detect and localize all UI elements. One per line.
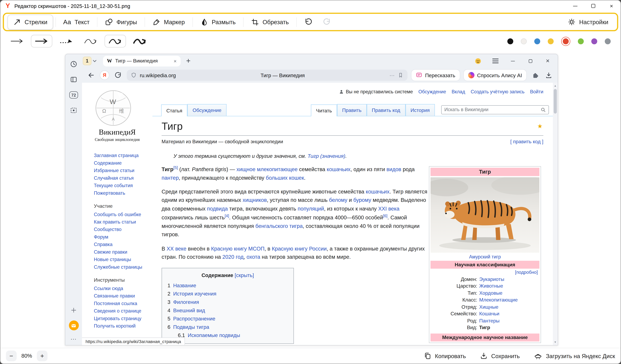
nav-link[interactable]: Новые страницы <box>94 256 153 263</box>
nav-link[interactable]: Как править статьи <box>94 219 153 226</box>
wiki-inline-link[interactable]: кошачьих <box>366 189 390 195</box>
settings-button[interactable]: Настройки <box>563 15 613 29</box>
sidebar-more-icon[interactable]: ⋯ <box>70 335 77 343</box>
nav-link[interactable]: Содержание <box>94 159 153 167</box>
tool-text[interactable]: Аа Текст <box>58 15 95 29</box>
yandex-search-icon[interactable]: Я <box>100 70 109 80</box>
wiki-inline-link[interactable]: Красную книгу России <box>272 246 327 252</box>
nav-link[interactable]: Избранные статьи <box>94 167 153 174</box>
history-icon[interactable] <box>69 59 79 69</box>
nav-link[interactable]: Ссылки сюда <box>94 285 153 292</box>
sidebar-add-icon[interactable] <box>69 305 79 315</box>
user-link-talk[interactable]: Обсуждение <box>418 89 446 95</box>
wiki-search-input[interactable] <box>444 107 541 112</box>
downloads-icon[interactable] <box>544 70 553 80</box>
wiki-inline-link[interactable]: пантер <box>162 175 179 181</box>
undo-button[interactable] <box>299 18 318 26</box>
wiki-inline-link[interactable]: популяций <box>298 206 324 212</box>
wikipedia-logo[interactable]: W Ω 维 А ВикипедиЯ Свободная энциклопедия <box>93 87 141 142</box>
wiki-inline-link[interactable]: XX веке <box>167 246 186 252</box>
bookmark-icon[interactable] <box>398 72 404 79</box>
wiki-inline-link[interactable]: [4] <box>225 214 229 218</box>
nav-link[interactable]: Случайная статья <box>94 174 153 182</box>
color-swatch-gray[interactable] <box>605 38 611 44</box>
redo-button[interactable] <box>318 18 336 26</box>
address-more-icon[interactable]: ⋯ <box>390 72 395 78</box>
wiki-inline-link[interactable]: бенгальского тигра <box>255 223 303 229</box>
sticker-avatar-icon[interactable] <box>474 57 482 64</box>
tab-edit[interactable]: Править <box>337 104 367 116</box>
wiki-inline-link[interactable]: бурому <box>353 197 371 203</box>
toc-hide-link[interactable]: [скрыть] <box>235 272 254 278</box>
user-link-contribs[interactable]: Вклад <box>452 89 465 95</box>
back-button[interactable] <box>86 70 96 80</box>
sidebar-panels-icon[interactable] <box>69 74 79 85</box>
wiki-inline-link[interactable]: видов <box>387 166 401 172</box>
tiger-image[interactable] <box>431 177 539 253</box>
nav-link[interactable]: Пожертвовать <box>94 190 153 197</box>
tool-arrows[interactable]: Стрелки <box>7 15 53 30</box>
tab-article[interactable]: Статья <box>161 105 187 116</box>
arrow-style-curvy-bold[interactable] <box>129 35 151 47</box>
tool-shapes[interactable]: Фигуры <box>100 15 142 29</box>
tab-discussion[interactable]: Обсуждение <box>187 104 226 116</box>
wiki-inline-link[interactable]: больших кошек <box>266 175 304 181</box>
copy-button[interactable]: Копировать <box>424 352 466 360</box>
search-icon[interactable] <box>541 107 546 112</box>
retell-button[interactable]: Пересказать <box>412 70 460 81</box>
upload-to-yandex-disk-button[interactable]: Загрузить на Яндекс Диск <box>534 352 615 360</box>
new-tab-button[interactable]: + <box>186 57 190 65</box>
nav-link[interactable]: Сведения о странице <box>94 307 153 315</box>
details-link[interactable]: [подробно] <box>515 270 538 275</box>
nav-link[interactable]: Свежие правки <box>94 249 153 256</box>
nav-link[interactable]: Справка <box>94 241 153 248</box>
user-link-login[interactable]: Войти <box>530 89 543 95</box>
nav-link[interactable]: Заглавная страница <box>94 152 153 159</box>
nav-link[interactable]: Постоянная ссылка <box>94 300 153 307</box>
scroll-up-icon[interactable]: ▴ <box>553 84 558 87</box>
scroll-down-icon[interactable]: ▾ <box>553 340 558 344</box>
browser-tab-active[interactable]: W Тигр — Википедия × <box>103 56 181 66</box>
zoom-in-button[interactable]: + <box>37 350 48 361</box>
wiki-search-box[interactable] <box>441 105 549 114</box>
tab-close-icon[interactable]: × <box>173 58 176 64</box>
wiki-inline-link[interactable]: хищное млекопитающее <box>236 166 298 172</box>
wiki-inline-link[interactable]: Тигр (значения) <box>308 153 345 159</box>
wiki-inline-link[interactable]: подвида <box>207 206 228 212</box>
browser-close-button[interactable]: × <box>544 57 551 64</box>
nav-link[interactable]: Сообщество <box>94 226 153 233</box>
wiki-inline-link[interactable]: 2020 год <box>222 254 243 260</box>
maximize-button[interactable] <box>584 0 602 12</box>
tab-read[interactable]: Читать <box>311 105 337 116</box>
wiki-inline-link[interactable]: Красную книгу МСОП <box>211 246 264 252</box>
color-swatch-blue[interactable] <box>534 38 540 44</box>
screenshot-tool-icon[interactable] <box>69 105 79 115</box>
minimize-button[interactable] <box>566 0 584 12</box>
page-scrollbar[interactable]: ▴ ▾ <box>553 83 558 345</box>
color-swatch-yellow[interactable] <box>548 38 554 44</box>
featured-star-icon[interactable]: ★ <box>537 123 543 130</box>
arrow-style-curvy-thin[interactable] <box>80 35 101 47</box>
extensions-puzzle-icon[interactable] <box>530 70 540 80</box>
arrow-style-straight-thin[interactable] <box>6 35 28 47</box>
tab-counter[interactable]: 1 <box>83 57 97 65</box>
wiki-inline-link[interactable]: [5] <box>173 165 178 170</box>
nav-link[interactable]: Служебные страницы <box>94 264 153 271</box>
arrow-style-straight-selected[interactable] <box>31 35 52 47</box>
wiki-inline-link[interactable]: кошачьих <box>327 166 351 172</box>
ask-alice-button[interactable]: Спросить Алису AI <box>464 70 526 81</box>
refresh-button[interactable] <box>113 70 123 80</box>
scrollbar-thumb[interactable] <box>554 89 557 113</box>
zoom-out-button[interactable]: − <box>6 350 17 361</box>
tab-history[interactable]: История <box>405 104 435 116</box>
save-button[interactable]: Сохранить <box>480 352 520 360</box>
browser-restore-button[interactable] <box>527 57 534 64</box>
nav-link[interactable]: Получить короткий <box>94 322 153 330</box>
arrow-style-curvy-selected[interactable] <box>104 35 126 47</box>
browser-menu-icon[interactable] <box>492 57 499 64</box>
tool-blur[interactable]: Размыть <box>195 15 241 29</box>
wiki-inline-link[interactable]: белому <box>329 197 347 203</box>
nav-link[interactable]: Связанные правки <box>94 292 153 300</box>
wiki-inline-link[interactable]: охота <box>246 254 260 260</box>
arrow-style-dashed[interactable] <box>55 35 77 47</box>
